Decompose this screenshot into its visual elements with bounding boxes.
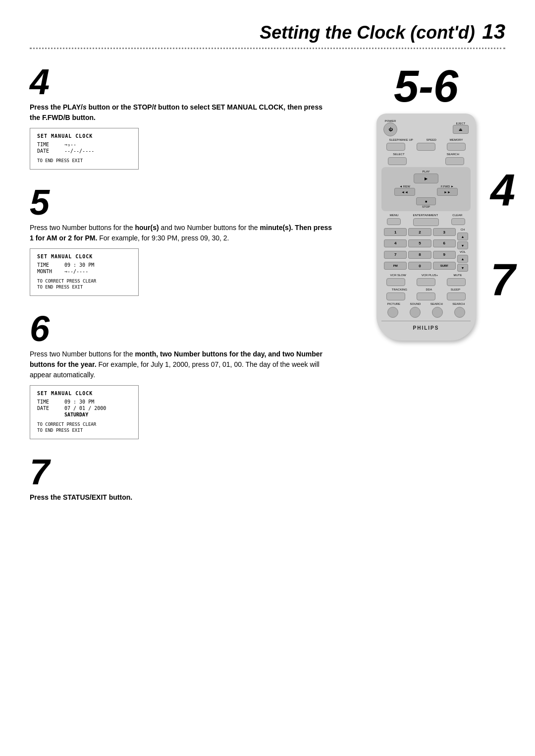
big-56-container: 5-6 [347,64,505,109]
mute-button[interactable] [447,278,466,286]
step-56-number: 5-6 [394,61,458,111]
step-5-text: Press two Number buttons for the hour(s)… [30,223,332,243]
screen-4-row-time: TIME ⇒₃-- [37,142,131,147]
remote-section: 4 7 POWER ⏻ EJECT ⏏ [347,114,505,341]
screen-4-footer: TO END PRESS EXIT [37,158,131,164]
pm-button[interactable]: PM [384,262,407,270]
step-5-number: 5 [30,184,332,220]
numpad-grid: 1 2 3 4 5 6 7 8 9 PM 0 S [384,228,456,272]
screen-4-row-date: DATE --/--/---- [37,148,131,154]
screen-6-footer: TO CORRECT PRESS CLEARTO END PRESS EXIT [37,421,131,434]
num-9-button[interactable]: 9 [433,251,456,259]
tracking-dda-row [381,292,471,300]
dda-button[interactable] [417,292,435,300]
power-label: POWER ⏻ [383,119,397,136]
bottom-circle-row [381,307,471,318]
step-5-screen: SET MANUAL CLOCK TIME 09 : 30 PM MONTH ⇒… [30,248,139,296]
stop-button[interactable]: ■ [416,197,436,205]
picture-button[interactable] [387,307,398,318]
step-4-text: Press the PLAY/s button or the STOP/t bu… [30,102,332,123]
step-7-text: Press the STATUS/EXIT button. [30,492,332,503]
num-7-button[interactable]: 7 [384,251,407,259]
sleep2-button[interactable] [447,292,466,300]
select-button[interactable] [388,157,407,165]
remote-control: POWER ⏻ EJECT ⏏ SLEEP/WAKE UP SPEED [376,114,476,341]
num-6-button[interactable]: 6 [433,239,456,247]
vol-dn-button[interactable]: ▼ [457,264,468,272]
rew-button[interactable]: ◄◄ [394,188,415,196]
vcr-slow-button[interactable] [386,278,405,286]
screen-6-title: SET MANUAL CLOCK [37,391,131,396]
speed-button[interactable] [417,143,435,151]
screen-4-title: SET MANUAL CLOCK [37,133,131,139]
screen-5-footer: TO CORRECT PRESS CLEARTO END PRESS EXIT [37,278,131,291]
num-5-button[interactable]: 5 [408,239,431,247]
step-4-number: 4 [30,64,332,100]
num-1-button[interactable]: 1 [384,228,407,236]
vol-up-button[interactable]: ▲ [457,255,468,263]
step-4-screen: SET MANUAL CLOCK TIME ⇒₃-- DATE --/--/--… [30,128,139,170]
search1-button[interactable] [432,307,443,318]
play-label: PLAY [383,170,469,173]
screen-5-row-month: MONTH ⇒--/---- [37,269,131,274]
step-6-number: 6 [30,311,332,347]
right-col-inner: 5-6 4 7 POWER ⏻ [347,64,505,341]
eject-button[interactable]: ⏏ [453,125,469,134]
step-7-block: 7 Press the STATUS/EXIT button. [30,454,332,503]
sleep-speed-memory-labels: SLEEP/WAKE UP SPEED MEMORY [381,138,471,141]
menu-button[interactable] [387,218,401,225]
entertainment-button[interactable] [413,218,439,226]
bottom-circle-labels: PICTURE SOUND SEARCH SEARCH [381,302,471,305]
step-4-block: 4 Press the PLAY/s button or the STOP/t … [30,64,332,170]
sleep-button[interactable] [386,143,405,151]
select-search-labels: SELECT SEARCH [381,153,471,156]
tracking-dda-labels: TRACKING DDA SLEEP [381,288,471,291]
ch-dn-button[interactable]: ▼ [457,241,468,249]
num-2-button[interactable]: 2 [408,228,431,236]
overlay-number-7: 7 [490,257,515,302]
ch-label: CH [457,228,468,231]
screen-5-title: SET MANUAL CLOCK [37,254,131,259]
screen-5-row-time: TIME 09 : 30 PM [37,262,131,268]
philips-logo: PHILIPS [381,325,471,331]
remote-divider [381,321,471,321]
memory-button[interactable] [447,143,466,151]
num-3-button[interactable]: 3 [433,228,456,236]
section-divider-top [30,48,505,49]
step-7-number: 7 [30,454,332,490]
stop-label: STOP [383,205,469,208]
step-6-text: Press two Number buttons for the month, … [30,349,332,380]
sound-button[interactable] [410,307,421,318]
vcr-mute-row [381,278,471,286]
numpad-section: 1 2 3 4 5 6 7 8 9 PM 0 S [381,228,471,272]
vcr-mute-labels: VCR SLOW VCR PLUS+ MUTE [381,274,471,277]
num-0-button[interactable]: 0 [408,262,431,270]
surf-button[interactable]: SURF [433,262,456,270]
screen-6-row-day: SATURDAY [37,412,131,417]
power-button[interactable]: ⏻ [383,122,397,136]
menu-ent-clear-labels: MENU ENTERTAINMENT CLEAR [381,214,471,217]
overlay-number-4: 4 [490,168,515,213]
screen-6-row-time: TIME 09 : 30 PM [37,399,131,405]
left-column: 4 Press the PLAY/s button or the STOP/t … [30,64,332,513]
search2-button[interactable] [454,307,465,318]
num-8-button[interactable]: 8 [408,251,431,259]
ffwd-button[interactable]: ►► [437,188,458,196]
transport-section: PLAY ▶ ◄ REW ◄◄ F.FWD ► [381,167,471,211]
clear-button[interactable] [451,218,465,225]
sleep-speed-memory-row [381,143,471,151]
step-6-screen: SET MANUAL CLOCK TIME 09 : 30 PM DATE 07… [30,385,139,439]
play-button[interactable]: ▶ [414,174,438,183]
ch-up-button[interactable]: ▲ [457,233,468,240]
tracking-button[interactable] [386,292,405,300]
vol-label: VOL [457,250,468,253]
select-search-row [381,157,471,165]
menu-ent-clear-row [381,218,471,226]
step-6-block: 6 Press two Number buttons for the month… [30,311,332,439]
num-4-button[interactable]: 4 [384,239,407,247]
screen-6-row-date: DATE 07 / 01 / 2000 [37,406,131,411]
vcr-plus-button[interactable] [417,278,435,286]
right-column: 5-6 4 7 POWER ⏻ [347,64,505,513]
search-button[interactable] [445,157,464,165]
page-title: Setting the Clock (cont'd) 13 [30,20,505,44]
